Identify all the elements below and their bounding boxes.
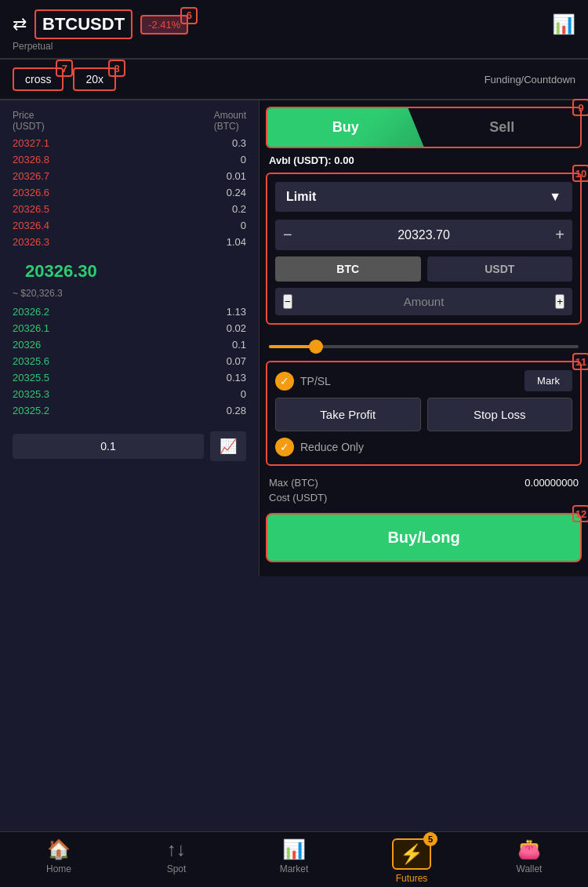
ob-sell-row: 20326.31.04 (0, 234, 259, 250)
chart-mini-icon[interactable]: 📈 (210, 431, 246, 461)
nav-home[interactable]: 🏠 Home (27, 838, 90, 884)
usdt-button[interactable]: USDT (427, 256, 573, 282)
cost-row: Cost (USDT) (269, 492, 579, 503)
reduce-only-label: Reduce Only (300, 441, 364, 453)
main-content: Price (USDT) Amount (BTC) 20327.10.3 203… (0, 100, 588, 576)
ticker-type: Perpetual (13, 41, 575, 52)
cost-label: Cost (USDT) (269, 492, 327, 503)
max-label: Max (BTC) (269, 477, 318, 489)
max-cost-section: Max (BTC) 0.00000000 Cost (USDT) (266, 474, 582, 513)
market-icon: 📊 (282, 838, 306, 860)
avbl-row: Avbl (USDT): 0.00 (266, 154, 582, 166)
price-col-header: Price (USDT) (13, 110, 45, 132)
amount-slider-container[interactable] (266, 333, 582, 361)
price-plus-button[interactable]: + (555, 226, 564, 244)
amount-label: Amount (404, 295, 445, 308)
bottom-input-value[interactable]: 0.1 (13, 434, 204, 459)
avbl-value: 0.00 (334, 154, 354, 166)
ob-buy-row: 20325.60.07 (0, 353, 259, 369)
ob-sell-row: 20326.40 (0, 217, 259, 234)
buy-button[interactable]: Buy (267, 108, 424, 147)
ob-sell-row: 20326.60.24 (0, 184, 259, 201)
nav-futures-label: Futures (396, 873, 428, 884)
order-type-select[interactable]: Limit ▼ (275, 182, 572, 212)
amount-row: − Amount + (275, 288, 572, 315)
buy-long-wrapper: Buy/Long 12 (266, 513, 582, 570)
order-panel: Buy Sell 9 Avbl (USDT): 0.00 Limit ▼ − 2… (259, 100, 588, 576)
buy-sell-wrapper: Buy Sell 9 (266, 107, 582, 148)
slider-track (269, 345, 579, 348)
nav-wallet-label: Wallet (517, 863, 543, 874)
order-book: Price (USDT) Amount (BTC) 20327.10.3 203… (0, 100, 259, 576)
max-value: 0.00000000 (524, 477, 579, 489)
buy-long-button[interactable]: Buy/Long (266, 513, 582, 562)
amount-col-header: Amount (BTC) (214, 110, 246, 132)
ob-buy-row: 203260.1 (0, 336, 259, 353)
nav-spot-label: Spot (167, 863, 187, 874)
nav-market-label: Market (280, 863, 309, 874)
ob-buy-row: 20325.20.28 (0, 402, 259, 419)
badge-7: 7 (56, 60, 73, 77)
futures-badge: 5 (423, 832, 437, 846)
bottom-input-row: 0.1 📈 (0, 425, 259, 467)
tpsl-wrapper: ✓ TP/SL Mark Take Profit Stop Loss ✓ Red… (266, 361, 582, 466)
badge-6: 6 (180, 7, 198, 24)
limit-box: Limit ▼ − 20323.70 + BTC USDT − Amou (266, 173, 582, 325)
order-type-label: Limit (286, 190, 316, 204)
badge-10: 10 (572, 165, 588, 182)
ob-buy-row: 20326.10.02 (0, 320, 259, 336)
ticker-box[interactable]: BTCUSDT (34, 9, 132, 39)
header: ⇄ BTCUSDT -2.41% 6 📊 Perpetual (0, 0, 588, 59)
amount-plus-button[interactable]: + (555, 294, 564, 309)
ob-header: Price (USDT) Amount (BTC) (0, 107, 259, 135)
tpsl-box: ✓ TP/SL Mark Take Profit Stop Loss ✓ Red… (266, 361, 582, 466)
ob-sell-row: 20326.70.01 (0, 168, 259, 184)
mark-button[interactable]: Mark (524, 370, 572, 391)
currency-row: BTC USDT (275, 256, 572, 282)
amount-minus-button[interactable]: − (283, 294, 292, 309)
mid-price-container: 20326.30 ~ $20,326.3 (0, 250, 259, 304)
tpsl-check-icon[interactable]: ✓ (275, 372, 294, 391)
dropdown-icon: ▼ (549, 190, 561, 204)
home-icon: 🏠 (47, 838, 71, 860)
ob-sell-row: 20326.80 (0, 151, 259, 168)
reduce-only-row: ✓ Reduce Only (275, 438, 572, 456)
price-minus-button[interactable]: − (283, 226, 292, 244)
funding-countdown: Funding/Countdown (485, 74, 575, 85)
nav-market[interactable]: 📊 Market (263, 838, 325, 884)
tpsl-left: ✓ TP/SL (275, 372, 331, 391)
take-profit-button[interactable]: Take Profit (275, 398, 421, 431)
badge-12: 12 (572, 505, 588, 522)
spot-icon: ↑↓ (167, 838, 186, 860)
ob-buy-row: 20325.30 (0, 386, 259, 402)
badge-8: 8 (108, 60, 125, 77)
swap-icon: ⇄ (13, 14, 27, 35)
reduce-check-icon[interactable]: ✓ (275, 438, 294, 456)
chart-icon[interactable]: 📊 (552, 13, 575, 35)
nav-futures[interactable]: ⚡ 5 Futures (380, 838, 443, 884)
nav-home-label: Home (46, 863, 71, 874)
ob-buy-row: 20326.21.13 (0, 304, 259, 320)
mid-usd: ~ $20,326.3 (13, 288, 246, 299)
stop-loss-button[interactable]: Stop Loss (427, 398, 573, 431)
buy-sell-toggle: Buy Sell (266, 107, 582, 148)
nav-wallet[interactable]: 👛 Wallet (498, 838, 561, 884)
badge-11: 11 (572, 353, 588, 370)
nav-spot[interactable]: ↑↓ Spot (145, 838, 208, 884)
mid-price: 20326.30 (13, 255, 246, 288)
sell-button[interactable]: Sell (424, 108, 581, 147)
btc-button[interactable]: BTC (275, 256, 421, 282)
bottom-nav: 🏠 Home ↑↓ Spot 📊 Market ⚡ 5 Futures 👛 Wa… (0, 831, 588, 887)
tp-sl-row: Take Profit Stop Loss (275, 398, 572, 431)
subheader: cross 7 20x 8 Funding/Countdown (0, 60, 588, 100)
slider-thumb[interactable] (309, 340, 323, 354)
ob-sell-row: 20326.50.2 (0, 201, 259, 217)
avbl-label: Avbl (USDT): (269, 154, 332, 166)
wallet-icon: 👛 (517, 838, 541, 860)
limit-box-wrapper: Limit ▼ − 20323.70 + BTC USDT − Amou (266, 173, 582, 325)
futures-icon: ⚡ (400, 843, 423, 864)
ob-sell-row: 20327.10.3 (0, 135, 259, 151)
price-value[interactable]: 20323.70 (397, 228, 450, 242)
badge-9: 9 (572, 99, 588, 116)
ticker-symbol: BTCUSDT (42, 14, 125, 35)
